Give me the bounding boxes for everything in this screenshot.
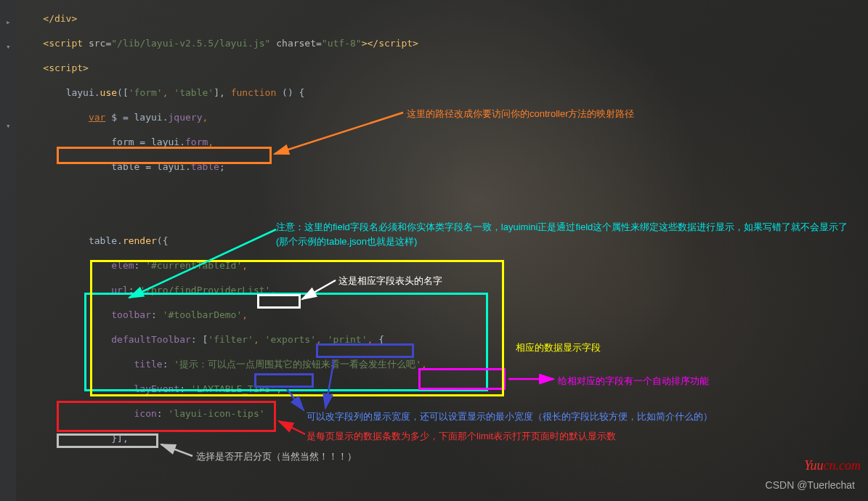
code-token: '提示：可以点一点周围其它的按钮来看一看会发生什么吧' xyxy=(174,359,421,370)
code-token: ([ xyxy=(117,87,129,98)
code-token: use xyxy=(100,87,117,98)
fold-icon[interactable]: ▾ xyxy=(6,42,11,52)
code-token: form xyxy=(185,137,208,147)
code-token: </div> xyxy=(43,13,77,24)
code-token: table. xyxy=(89,235,123,246)
code-token: ], xyxy=(214,87,230,98)
code-token: form = layui. xyxy=(111,137,185,147)
code-token: "/lib/layui-v2.5.5/layui.js" xyxy=(111,38,270,49)
annotation-width: 可以改字段列的显示宽度，还可以设置显示的最小宽度（很长的字段比较方便，比如简介什… xyxy=(307,410,713,423)
code-token: script xyxy=(378,38,413,49)
code-editor[interactable]: </div> <script src="/lib/layui-v2.5.5/la… xyxy=(20,0,868,501)
annotation-url: 这里的路径改成你要访问你的controller方法的映射路径 xyxy=(407,107,634,121)
code-token: src= xyxy=(89,38,111,49)
code-token: var xyxy=(89,112,105,123)
code-token: 'LAYTABLE_TIPS' xyxy=(191,383,276,394)
code-token: '/pro/findProviderList' xyxy=(139,285,270,296)
code-token: '#currentTableId' xyxy=(145,260,242,271)
annotation-page: 选择是否开启分页（当然当然！！！） xyxy=(196,450,357,463)
code-token: 'form' xyxy=(129,87,163,98)
code-token: defaultToolbar xyxy=(111,334,191,345)
annotation-cols: 相应的数据显示字段 xyxy=(516,341,601,354)
annotation-field-l2: (那个示例的table.json也就是这样) xyxy=(276,235,417,248)
code-token: ></ xyxy=(362,38,378,49)
code-token: function xyxy=(231,87,277,98)
code-token: }], xyxy=(111,433,128,444)
code-token: '#toolbarDemo' xyxy=(163,309,243,320)
annotation-title: 这是相应字段表头的名字 xyxy=(338,274,442,288)
gutter: ▸ ▾ ▾ xyxy=(0,0,16,501)
code-token: , xyxy=(208,137,214,147)
fold-icon[interactable]: ▾ xyxy=(6,121,11,131)
code-token: <script> xyxy=(43,62,89,73)
code-token: table xyxy=(191,161,219,172)
code-token: render xyxy=(123,235,157,246)
annotation-limits: 是每页显示的数据条数为多少，下面那个limit表示打开页面时的默认显示数 xyxy=(307,430,616,443)
code-token: elem xyxy=(111,260,134,271)
code-token: table = layui. xyxy=(111,161,191,172)
code-token: toolbar xyxy=(111,309,151,320)
code-token: layEvent xyxy=(134,383,180,394)
watermark-brand: Yuucn.com xyxy=(804,458,861,473)
code-token: 'table' xyxy=(174,87,214,98)
code-token: 'layui-icon-tips' xyxy=(169,408,265,419)
annotation-sort: 给相对应的字段有一个自动排序功能 xyxy=(558,375,709,388)
code-token: url xyxy=(111,285,128,296)
code-token: 'exports' xyxy=(265,334,316,345)
code-token: $ = layui. xyxy=(105,112,168,123)
watermark-csdn: CSDN @Tuerlechat xyxy=(766,479,855,491)
code-token: <script xyxy=(43,38,89,49)
code-token: 'print' xyxy=(328,334,368,345)
code-token: layui. xyxy=(66,87,100,98)
code-token: icon xyxy=(134,408,157,419)
code-token: "utf-8" xyxy=(322,38,362,49)
code-token: charset= xyxy=(276,38,322,49)
code-token: ; xyxy=(219,161,225,172)
code-token: 'filter' xyxy=(208,334,253,345)
annotation-field-l1: 注意：这里的field字段名必须和你实体类字段名一致，layuimini正是通过… xyxy=(276,221,848,234)
fold-icon[interactable]: ▸ xyxy=(6,17,11,27)
code-token: > xyxy=(413,38,418,49)
code-token: , xyxy=(202,112,208,123)
code-token: , xyxy=(163,87,174,98)
code-token: jquery xyxy=(169,112,203,123)
code-token: () { xyxy=(276,87,304,98)
code-token: ({ xyxy=(157,235,169,246)
code-token: title xyxy=(134,359,163,370)
